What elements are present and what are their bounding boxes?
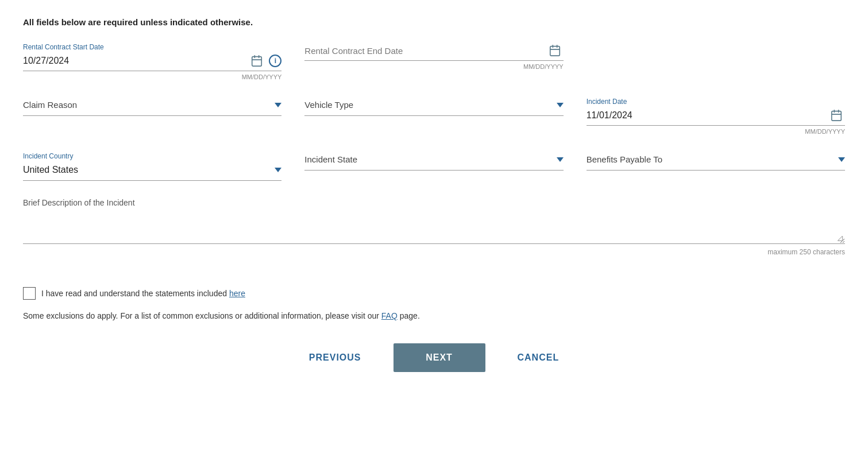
description-textarea[interactable] [23, 210, 845, 244]
terms-checkbox-label[interactable]: I have read and understand the statement… [41, 289, 245, 298]
incident-date-value: 11/01/2024 [587, 110, 828, 121]
exclusions-text-part1: Some exclusions do apply. For a list of … [23, 311, 381, 320]
incident-state-dropdown[interactable]: Incident State [304, 152, 563, 171]
rental-end-date-field: Rental Contract End Date MM/DD/YYYY [304, 43, 563, 80]
benefits-payable-to-placeholder: Benefits Payable To [587, 154, 662, 164]
required-note: All fields below are required unless ind… [23, 17, 845, 27]
vehicle-type-placeholder: Vehicle Type [304, 100, 353, 110]
description-label: Brief Description of the Incident [23, 198, 845, 207]
incident-date-field: Incident Date 11/01/2024 MM/DD/YYYY [587, 98, 845, 135]
vehicle-type-field: Vehicle Type [304, 98, 563, 135]
rental-start-date-label: Rental Contract Start Date [23, 43, 281, 51]
claim-reason-placeholder: Claim Reason [23, 100, 77, 110]
incident-country-label: Incident Country [23, 152, 281, 160]
incident-state-placeholder: Incident State [304, 154, 357, 164]
rental-end-date-calendar-icon[interactable] [546, 43, 564, 58]
rental-end-date-placeholder: Rental Contract End Date [304, 46, 546, 56]
claim-reason-dropdown[interactable]: Claim Reason [23, 98, 281, 116]
vehicle-type-chevron-icon [557, 103, 564, 107]
terms-checkbox[interactable] [23, 287, 36, 300]
claim-reason-chevron-icon [275, 103, 281, 107]
exclusions-text: Some exclusions do apply. For a list of … [23, 311, 845, 320]
svg-rect-8 [832, 111, 842, 121]
rental-start-date-hint: MM/DD/YYYY [23, 73, 281, 80]
rental-start-date-field: Rental Contract Start Date 10/27/2024 i … [23, 43, 281, 80]
cancel-button[interactable]: CANCEL [497, 343, 580, 372]
max-chars-hint: maximum 250 characters [23, 248, 845, 256]
description-field: Brief Description of the Incident ⊿ maxi… [23, 198, 845, 256]
rental-start-date-info-icon[interactable]: i [269, 55, 281, 67]
benefits-payable-to-field: Benefits Payable To [587, 152, 845, 181]
benefits-payable-to-chevron-icon [838, 157, 845, 162]
incident-state-field: Incident State [304, 152, 563, 181]
incident-country-dropdown[interactable]: United States [23, 162, 281, 181]
incident-date-hint: MM/DD/YYYY [587, 128, 845, 135]
previous-button[interactable]: PREVIOUS [288, 343, 382, 372]
incident-date-label: Incident Date [587, 98, 845, 106]
rental-start-date-value: 10/27/2024 [23, 56, 248, 66]
checkbox-row: I have read and understand the statement… [23, 287, 845, 300]
faq-link[interactable]: FAQ [381, 311, 398, 320]
button-row: PREVIOUS NEXT CANCEL [23, 343, 845, 372]
incident-country-value: United States [23, 165, 78, 175]
incident-country-chevron-icon [275, 168, 281, 172]
terms-label-text: I have read and understand the statement… [41, 289, 229, 298]
incident-country-field: Incident Country United States [23, 152, 281, 181]
claim-reason-field: Claim Reason [23, 98, 281, 135]
benefits-payable-to-dropdown[interactable]: Benefits Payable To [587, 152, 845, 171]
incident-date-calendar-icon[interactable] [828, 108, 845, 123]
svg-rect-4 [550, 47, 560, 56]
next-button[interactable]: NEXT [394, 343, 485, 372]
incident-state-chevron-icon [557, 157, 564, 162]
rental-start-date-calendar-icon[interactable] [248, 53, 265, 68]
exclusions-text-part2: page. [398, 311, 420, 320]
rental-end-date-hint: MM/DD/YYYY [304, 63, 563, 70]
terms-link[interactable]: here [229, 289, 245, 298]
vehicle-type-dropdown[interactable]: Vehicle Type [304, 98, 563, 116]
svg-rect-0 [252, 57, 262, 67]
